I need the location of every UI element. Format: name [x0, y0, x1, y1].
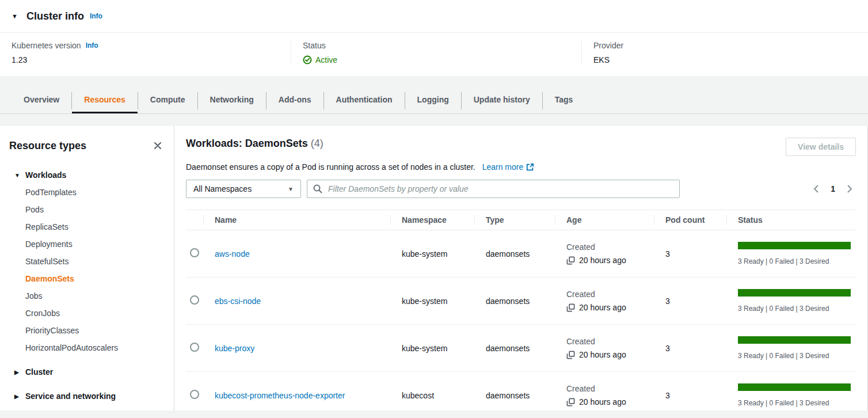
kubernetes-version-label: Kubernetes version	[12, 41, 81, 50]
tree-group-workloads: ▼ Workloads PodTemplates Pods ReplicaSet…	[9, 166, 165, 356]
age-value-text: 20 hours ago	[579, 256, 626, 265]
sidebar-group-service-and-networking[interactable]: ▶ Service and networking	[9, 387, 165, 405]
namespace-cell: kube-system	[390, 344, 474, 353]
provider-label: Provider	[593, 41, 623, 50]
cluster-info-header: ▼ Cluster info Info	[0, 0, 868, 33]
tab-compute[interactable]: Compute	[138, 88, 197, 113]
cluster-tabs: Overview Resources Compute Networking Ad…	[0, 88, 868, 114]
table-header-row: Name Namespace Type Age Pod count Status	[186, 210, 856, 230]
tab-overview[interactable]: Overview	[12, 88, 71, 113]
sidebar-item-pods[interactable]: Pods	[25, 201, 165, 218]
column-header-status[interactable]: Status	[726, 210, 856, 230]
row-radio-button[interactable]	[190, 295, 199, 305]
tab-tags[interactable]: Tags	[543, 88, 585, 113]
chevron-down-icon: ▼	[288, 186, 294, 192]
view-details-button[interactable]: View details	[786, 138, 856, 156]
status-cell: 3 Ready | 0 Failed | 3 Desired	[726, 242, 856, 265]
search-icon	[313, 184, 322, 193]
external-link-icon	[526, 163, 534, 171]
namespace-select[interactable]: All Namespaces ▼	[186, 180, 301, 198]
namespace-cell: kube-system	[390, 297, 474, 306]
service-networking-group-label: Service and networking	[25, 392, 116, 401]
close-icon[interactable]	[151, 139, 165, 153]
age-value-text: 20 hours ago	[579, 397, 626, 406]
tab-update-history[interactable]: Update history	[462, 88, 542, 113]
pod-count-cell: 3	[654, 297, 726, 306]
learn-more-link[interactable]: Learn more	[482, 162, 535, 172]
column-header-type[interactable]: Type	[474, 210, 555, 230]
tree-group-cluster: ▶ Cluster	[9, 363, 165, 381]
pod-count-cell: 3	[654, 344, 726, 353]
namespace-select-value: All Namespaces	[193, 184, 252, 193]
type-cell: daemonsets	[474, 249, 555, 259]
namespace-cell: kubecost	[390, 391, 474, 400]
sidebar-item-podtemplates[interactable]: PodTemplates	[25, 184, 165, 201]
daemonset-name-link[interactable]: kube-proxy	[215, 344, 254, 353]
type-cell: daemonsets	[474, 297, 555, 306]
workloads-group-label: Workloads	[25, 170, 66, 180]
status-cell: 3 Ready | 0 Failed | 3 Desired	[726, 383, 856, 407]
copy-icon[interactable]	[566, 398, 575, 406]
namespace-cell: kube-system	[390, 249, 474, 259]
resource-types-panel: Resource types ▼ Workloads PodTemplates …	[0, 126, 174, 411]
search-input[interactable]	[327, 184, 673, 194]
sidebar-item-statefulsets[interactable]: StatefulSets	[25, 253, 165, 270]
table-row: aws-node kube-system daemonsets Created …	[186, 230, 856, 278]
kubernetes-version-field: Kubernetes version Info 1.23	[0, 41, 291, 64]
sidebar-item-jobs[interactable]: Jobs	[25, 287, 165, 305]
current-page[interactable]: 1	[831, 184, 835, 193]
age-cell: Created 20 hours ago	[555, 290, 654, 312]
status-text: 3 Ready | 0 Failed | 3 Desired	[738, 399, 856, 407]
copy-icon[interactable]	[566, 303, 575, 312]
collapse-section-icon[interactable]: ▼	[12, 13, 18, 20]
daemonset-name-link[interactable]: kubecost-prometheus-node-exporter	[215, 391, 345, 400]
row-radio-button[interactable]	[190, 343, 199, 352]
age-value-text: 20 hours ago	[579, 350, 626, 359]
row-radio-button[interactable]	[190, 390, 199, 399]
tab-resources[interactable]: Resources	[72, 88, 138, 113]
daemonset-name-link[interactable]: ebs-csi-node	[215, 297, 261, 306]
sidebar-group-cluster[interactable]: ▶ Cluster	[9, 363, 165, 381]
tab-add-ons[interactable]: Add-ons	[267, 88, 323, 113]
expand-caret-icon: ▶	[14, 393, 25, 400]
content-area: Resource types ▼ Workloads PodTemplates …	[0, 126, 868, 411]
pod-count-cell: 3	[654, 249, 726, 259]
row-radio-button[interactable]	[190, 248, 199, 257]
tab-networking[interactable]: Networking	[198, 88, 266, 113]
daemonset-name-link[interactable]: aws-node	[215, 249, 250, 259]
tab-authentication[interactable]: Authentication	[324, 88, 405, 113]
column-header-age[interactable]: Age	[555, 210, 654, 230]
learn-more-label: Learn more	[482, 162, 524, 172]
status-progress-bar	[738, 289, 851, 297]
sidebar-item-cronjobs[interactable]: CronJobs	[25, 305, 165, 322]
sidebar-item-daemonsets[interactable]: DaemonSets	[25, 270, 165, 287]
sidebar-item-priorityclasses[interactable]: PriorityClasses	[25, 322, 165, 339]
column-header-name[interactable]: Name	[203, 210, 390, 230]
resource-types-title: Resource types	[9, 140, 86, 152]
sidebar-item-deployments[interactable]: Deployments	[25, 235, 165, 253]
provider-field: Provider EKS	[581, 41, 868, 64]
description: Daemonset ensures a copy of a Pod is run…	[186, 162, 856, 172]
status-progress-bar	[738, 336, 851, 344]
kubernetes-version-info-link[interactable]: Info	[86, 41, 98, 50]
page-title: Workloads: DaemonSets (4)	[186, 138, 323, 150]
type-cell: daemonsets	[474, 344, 555, 353]
table-row: kube-proxy kube-system daemonsets Create…	[186, 325, 856, 372]
sidebar-group-workloads[interactable]: ▼ Workloads	[9, 166, 165, 184]
pagination: 1	[811, 183, 856, 195]
sidebar-item-replicasets[interactable]: ReplicaSets	[25, 218, 165, 235]
copy-icon[interactable]	[566, 351, 575, 359]
column-header-namespace[interactable]: Namespace	[390, 210, 474, 230]
expand-caret-icon: ▶	[14, 369, 25, 375]
tab-logging[interactable]: Logging	[405, 88, 461, 113]
previous-page-icon[interactable]	[811, 183, 821, 195]
copy-icon[interactable]	[566, 256, 575, 265]
age-created-label: Created	[566, 242, 654, 252]
cluster-info-info-link[interactable]: Info	[90, 12, 102, 20]
next-page-icon[interactable]	[844, 183, 855, 195]
sidebar-item-horizontalpodautoscalers[interactable]: HorizontalPodAutoscalers	[25, 339, 165, 356]
page-title-text: Workloads: DaemonSets	[186, 138, 308, 149]
collapse-caret-icon: ▼	[14, 172, 25, 178]
status-check-icon	[303, 55, 312, 64]
column-header-pod-count[interactable]: Pod count	[654, 210, 726, 230]
